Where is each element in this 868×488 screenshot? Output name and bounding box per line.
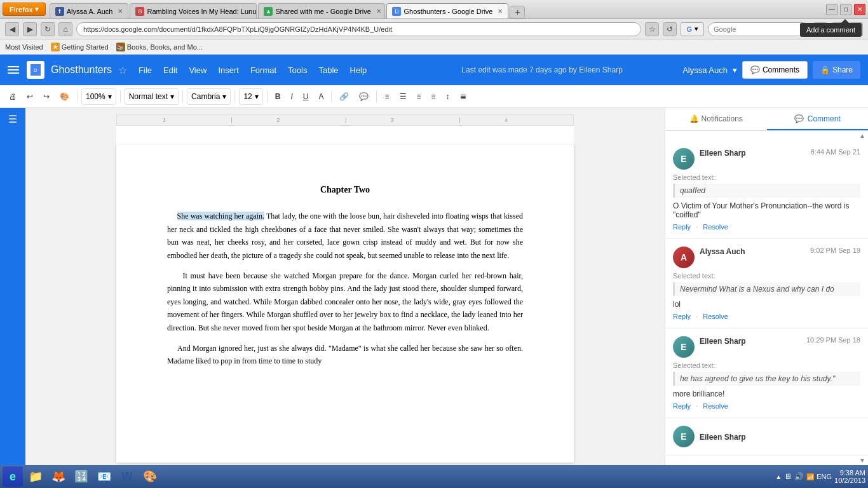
user-dropdown[interactable]: ▾ <box>733 65 737 75</box>
language-indicator[interactable]: ENG <box>817 473 832 480</box>
notifications-tab[interactable]: 🔔 Notifications <box>665 108 767 130</box>
tab-gdrive[interactable]: ▲ Shared with me - Google Drive ✕ <box>258 3 385 18</box>
align-left-button[interactable]: ≡ <box>381 88 393 105</box>
bookmark-books[interactable]: 📚 Books, Books, and Mo... <box>116 43 203 51</box>
document-viewport[interactable]: | | | 1 2 3 4 Chapter Two She was watchi… <box>25 108 665 465</box>
tab-blog[interactable]: B Rambling Voices In My Head: Lunula ✕ <box>130 3 257 18</box>
insert-comment-button[interactable]: 💬 <box>355 88 372 105</box>
comments-list[interactable]: E Eileen Sharp 8:44 AM Sep 21 Selected t… <box>665 140 868 455</box>
scroll-top-area: ▲ <box>665 131 868 140</box>
share-button[interactable]: 🔒 Share <box>813 61 860 79</box>
document-page[interactable]: Chapter Two She was watching her again. … <box>116 145 574 463</box>
align-center-button[interactable]: ☰ <box>396 88 410 105</box>
home-button[interactable]: ⌂ <box>58 22 72 36</box>
font-dropdown: ▾ <box>222 92 226 101</box>
zoom-select[interactable]: 100% ▾ <box>81 88 116 105</box>
minimize-button[interactable]: — <box>826 4 837 15</box>
taskbar-firefox-icon[interactable]: 🦊 <box>48 466 69 487</box>
paragraph-3: And Morgan ignored her, just as she alwa… <box>167 342 523 368</box>
scroll-down-arrow[interactable]: ▼ <box>859 457 865 464</box>
fontsize-dropdown: ▾ <box>255 92 259 101</box>
separator-1 <box>77 90 78 103</box>
tab-facebook[interactable]: f Alyssa A. Auch ✕ <box>50 3 129 18</box>
comment-tab[interactable]: 💬 Comment Add a comment <box>767 108 869 130</box>
menu-view[interactable]: View <box>184 63 212 78</box>
tray-network[interactable]: 🖥 <box>784 472 792 481</box>
tab-close-gdrive[interactable]: ✕ <box>376 8 381 15</box>
comments-panel: 🔔 Notifications 💬 Comment Add a comment … <box>665 108 868 465</box>
menu-file[interactable]: File <box>133 63 157 78</box>
bookmark-icon-books: 📚 <box>116 43 125 51</box>
notifications-label: Notifications <box>702 114 743 123</box>
menu-insert[interactable]: Insert <box>213 63 244 78</box>
comment-item: E Eileen Sharp 8:44 AM Sep 21 Selected t… <box>665 140 868 239</box>
clock-date: 10/2/2013 <box>834 477 865 484</box>
hamburger-menu[interactable] <box>8 64 20 76</box>
menu-tools[interactable]: Tools <box>283 63 312 78</box>
bold-button[interactable]: B <box>271 88 285 105</box>
lock-icon: 🔒 <box>820 65 830 74</box>
menu-format[interactable]: Format <box>245 63 281 78</box>
comment-text-3: more brilliance! <box>673 390 860 398</box>
font-select[interactable]: Cambria ▾ <box>187 88 231 105</box>
fontsize-select[interactable]: 12 ▾ <box>239 88 262 105</box>
menu-edit[interactable]: Edit <box>158 63 182 78</box>
italic-button[interactable]: I <box>287 88 296 105</box>
menu-help[interactable]: Help <box>345 63 372 78</box>
forward-button[interactable]: ▶ <box>23 22 37 36</box>
tray-sound[interactable]: 🔊 <box>794 472 804 481</box>
new-tab-button[interactable]: + <box>510 6 525 18</box>
print-button[interactable]: 🖨 <box>5 88 20 105</box>
resolve-button-3[interactable]: Resolve <box>703 402 728 410</box>
align-justify-button[interactable]: ≡ <box>428 88 440 105</box>
resolve-button-2[interactable]: Resolve <box>703 313 728 320</box>
text-color-button[interactable]: A <box>315 88 327 105</box>
reply-button-1[interactable]: Reply <box>673 223 691 231</box>
taskbar-calculator-icon[interactable]: 🔢 <box>71 466 92 487</box>
list-button[interactable]: ≣ <box>456 88 470 105</box>
tab-gdoc[interactable]: D Ghosthunters - Google Drive ✕ <box>386 3 508 18</box>
firefox-menu-button[interactable]: Firefox ▾ <box>3 3 46 16</box>
taskbar-folder-icon[interactable]: 📁 <box>25 466 46 487</box>
line-spacing-button[interactable]: ↕ <box>442 88 454 105</box>
maximize-button[interactable]: □ <box>840 4 851 15</box>
taskbar-paint-icon[interactable]: 🎨 <box>140 466 160 487</box>
document-title[interactable]: Ghosthunters <box>51 64 112 76</box>
comment-actions-2: Reply · Resolve <box>673 313 860 320</box>
style-select[interactable]: Normal text ▾ <box>125 88 179 105</box>
tray-wifi[interactable]: 📶 <box>806 473 814 480</box>
paint-format-button[interactable]: 🎨 <box>56 88 73 105</box>
search-input[interactable] <box>708 22 810 36</box>
taskbar-outlook-icon[interactable]: 📧 <box>94 466 114 487</box>
redo-button[interactable]: ↪ <box>39 88 53 105</box>
tray-arrow[interactable]: ▲ <box>775 473 782 480</box>
bookmark-star[interactable]: ☆ <box>645 22 659 36</box>
google-search-engine[interactable]: G ▾ <box>681 22 704 36</box>
menu-table[interactable]: Table <box>313 63 343 78</box>
bookmark-getting-started[interactable]: ★ Getting Started <box>51 43 109 51</box>
back-button[interactable]: ◀ <box>5 22 19 36</box>
sidebar-menu-icon[interactable]: ☰ <box>8 113 17 125</box>
comments-button[interactable]: 💬 Comments <box>742 61 808 79</box>
scroll-up-arrow[interactable]: ▲ <box>859 132 865 139</box>
separator-7 <box>376 90 377 103</box>
header-right: Alyssa Auch ▾ 💬 Comments 🔒 Share <box>682 61 860 79</box>
close-button[interactable]: ✕ <box>854 4 865 15</box>
underline-button[interactable]: U <box>299 88 313 105</box>
link-button[interactable]: 🔗 <box>336 88 353 105</box>
taskbar-word-icon[interactable]: W <box>117 466 137 487</box>
taskbar-ie-icon[interactable]: e <box>3 466 23 487</box>
bookmark-icon-getting-started: ★ <box>51 43 60 51</box>
reply-button-2[interactable]: Reply <box>673 313 691 320</box>
tab-close-gdoc[interactable]: ✕ <box>498 8 503 15</box>
reload-button[interactable]: ↻ <box>41 22 55 36</box>
url-input[interactable]: https://docs.google.com/document/d/1fkdx… <box>76 22 641 36</box>
align-right-button[interactable]: ≡ <box>413 88 425 105</box>
tab-close-facebook[interactable]: ✕ <box>118 8 123 15</box>
star-button[interactable]: ☆ <box>118 64 127 76</box>
reply-button-3[interactable]: Reply <box>673 402 691 410</box>
undo-button[interactable]: ↩ <box>23 88 37 105</box>
bookmark-most-visited[interactable]: Most Visited <box>5 43 43 51</box>
resolve-button-1[interactable]: Resolve <box>703 223 728 231</box>
refresh-button[interactable]: ↺ <box>663 22 677 36</box>
